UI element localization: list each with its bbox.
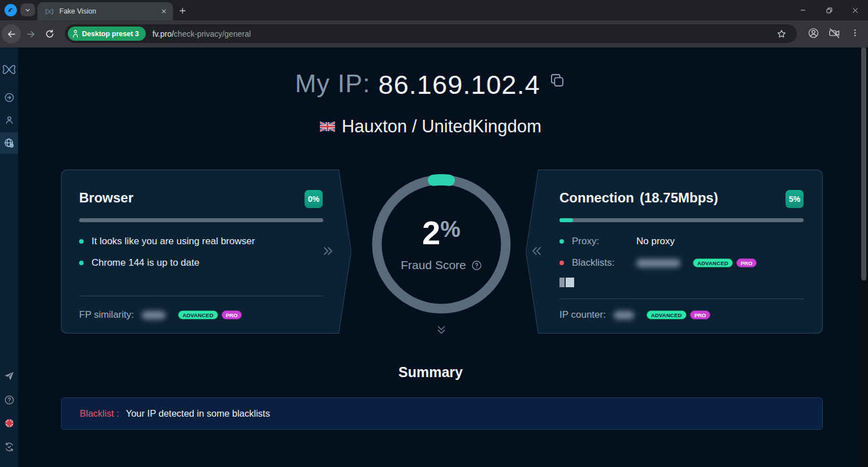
- status-dot-ok: [559, 239, 564, 244]
- sidebar-item-start[interactable]: [0, 87, 18, 108]
- expand-connection-details-icon[interactable]: [530, 244, 544, 258]
- status-dot-alert: [559, 261, 564, 265]
- connection-panel: Connection (18.75Mbps) 5% Proxy: No prox…: [526, 170, 823, 334]
- new-tab-button[interactable]: [176, 5, 189, 17]
- pro-badge: PRO: [222, 310, 242, 319]
- minimize-button[interactable]: [790, 0, 816, 20]
- advanced-badge: ADVANCED: [178, 310, 218, 319]
- advanced-badge: ADVANCED: [693, 258, 733, 267]
- pro-badge: PRO: [736, 258, 757, 267]
- preset-badge-label: Desktop preset 3: [82, 30, 139, 38]
- fraud-score-label: Fraud Score: [401, 258, 466, 272]
- expand-browser-details-icon[interactable]: [321, 244, 335, 258]
- page-scrollbar: [860, 47, 868, 467]
- fraud-score-number: 2: [422, 217, 440, 249]
- reload-button[interactable]: [40, 24, 59, 44]
- fp-similarity-label: FP similarity:: [79, 309, 134, 321]
- close-window-button[interactable]: [842, 0, 868, 20]
- fraud-score-value: 2 %: [422, 217, 461, 249]
- blacklists-row: Blacklists: ADVANCED PRO: [559, 257, 757, 269]
- butterfly-logo-icon[interactable]: [0, 58, 18, 81]
- address-bar[interactable]: Desktop preset 3 fv.pro/check-privacy/ge…: [65, 24, 797, 43]
- connection-panel-title: Connection: [559, 190, 634, 206]
- blacklists-label: Blacklists:: [572, 257, 628, 269]
- fraud-score-help-icon[interactable]: [471, 260, 482, 271]
- menu-kebab-icon[interactable]: [847, 24, 863, 41]
- browser-progress-bar: [79, 218, 323, 222]
- fraud-score-gauge: 2 % Fraud Score: [368, 171, 515, 318]
- url-host: fv.pro/: [153, 29, 174, 38]
- summary-title: Summary: [18, 364, 843, 380]
- browser-logo-icon[interactable]: [5, 4, 17, 16]
- page-content: My IP: 86.169.102.4 Hauxton / UnitedKing…: [0, 47, 868, 467]
- tab-close-icon[interactable]: [159, 7, 168, 16]
- blurred-image-placeholder: [559, 278, 574, 287]
- window-titlebar: Fake Vision: [0, 0, 868, 20]
- profile-icon[interactable]: [805, 24, 822, 41]
- window-controls: [790, 0, 868, 20]
- toolbar-right-icons: [805, 24, 863, 41]
- help-icon[interactable]: [0, 389, 18, 410]
- expand-summary-icon[interactable]: [429, 322, 453, 337]
- restore-button[interactable]: [816, 0, 842, 20]
- alert-message: Your IP detected in some blacklists: [126, 408, 270, 419]
- scrollbar-thumb[interactable]: [861, 47, 866, 280]
- camera-off-icon[interactable]: [826, 24, 843, 41]
- fraud-score-percent: %: [440, 218, 461, 240]
- ip-counter-row: IP counter: ADVANCED PRO: [559, 309, 710, 321]
- proxy-label: Proxy:: [572, 236, 628, 247]
- copy-ip-icon[interactable]: [548, 71, 566, 89]
- status-dot-ok: [79, 239, 84, 244]
- connection-progress-bar: [559, 218, 804, 222]
- proxy-value: No proxy: [636, 236, 675, 247]
- tab-title: Fake Vision: [59, 7, 159, 15]
- url-path: check-privacy/general: [174, 29, 251, 38]
- blacklist-alert: Blacklist : Your IP detected in some bla…: [61, 397, 823, 430]
- browser-check-text: It looks like you are using real browser: [92, 236, 255, 247]
- status-dot-ok: [79, 261, 84, 265]
- advanced-badge: ADVANCED: [646, 310, 687, 319]
- ip-header: My IP: 86.169.102.4: [18, 69, 843, 100]
- app-sidebar: [0, 47, 18, 467]
- profile-preset-badge[interactable]: Desktop preset 3: [68, 27, 146, 41]
- blurred-value: [142, 311, 166, 319]
- connection-score-badge: 5%: [785, 190, 804, 208]
- browser-check-row: It looks like you are using real browser: [79, 236, 255, 247]
- back-button[interactable]: [2, 24, 21, 44]
- browser-check-row: Chrome 144 is up to date: [79, 257, 199, 269]
- ip-label: My IP:: [295, 69, 371, 98]
- location-text: Hauxton / UnitedKingdom: [342, 116, 541, 137]
- sidebar-item-profiles[interactable]: [0, 109, 18, 131]
- proxy-row: Proxy: No proxy: [559, 236, 675, 247]
- browser-toolbar: Desktop preset 3 fv.pro/check-privacy/ge…: [0, 20, 868, 47]
- forward-button[interactable]: [21, 24, 40, 44]
- tab-list-dropdown-button[interactable]: [20, 3, 35, 16]
- browser-panel-title: Browser: [79, 190, 133, 206]
- browser-tab[interactable]: Fake Vision: [37, 2, 173, 20]
- uk-flag-location-icon: [320, 122, 335, 132]
- blurred-value: [614, 311, 634, 319]
- url-text[interactable]: fv.pro/check-privacy/general: [153, 29, 773, 38]
- main-content: My IP: 86.169.102.4 Hauxton / UnitedKing…: [18, 47, 860, 467]
- blurred-value: [636, 259, 680, 267]
- connection-speed: (18.75Mbps): [640, 190, 718, 206]
- fp-similarity-row: FP similarity: ADVANCED PRO: [79, 309, 242, 321]
- butterfly-favicon-icon: [45, 7, 54, 16]
- sidebar-item-check-privacy[interactable]: [0, 132, 18, 154]
- browser-score-badge: 0%: [305, 190, 323, 208]
- telegram-icon[interactable]: [0, 365, 18, 387]
- browser-check-text: Chrome 144 is up to date: [92, 257, 199, 269]
- uk-flag-icon[interactable]: [0, 412, 18, 434]
- location-row: Hauxton / UnitedKingdom: [18, 116, 843, 137]
- ip-counter-label: IP counter:: [559, 309, 606, 321]
- bookmark-star-icon[interactable]: [773, 25, 790, 42]
- ip-value: 86.169.102.4: [379, 69, 540, 100]
- sync-icon[interactable]: [0, 436, 18, 457]
- alert-label: Blacklist :: [80, 408, 119, 419]
- browser-panel: Browser 0% It looks like you are using r…: [61, 170, 351, 334]
- pro-badge: PRO: [690, 310, 711, 319]
